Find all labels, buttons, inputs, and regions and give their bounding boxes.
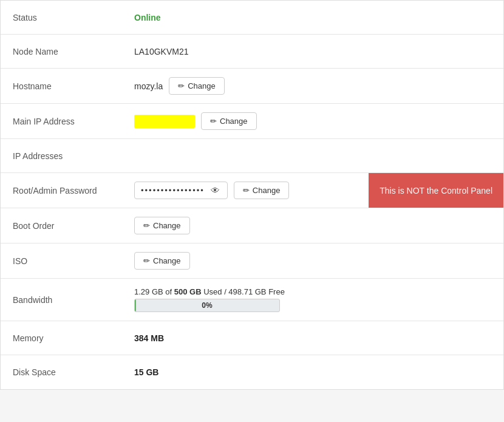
disk-space-value-area: 15 GB bbox=[134, 367, 491, 377]
disk-space-value: 15 GB bbox=[134, 367, 158, 377]
bandwidth-label: Bandwidth bbox=[13, 295, 134, 305]
boot-order-row: Boot Order Change bbox=[1, 208, 503, 243]
node-name-label: Node Name bbox=[13, 47, 134, 56]
hostname-row: Hostname mozy.la Change bbox=[1, 69, 503, 104]
boot-order-value-area: Change bbox=[134, 217, 491, 234]
bandwidth-info: 1.29 GB of 500 GB Used / 498.71 GB Free … bbox=[134, 287, 285, 312]
iso-label: ISO bbox=[13, 256, 134, 266]
not-control-panel-button[interactable]: This is NOT the Control Panel bbox=[369, 173, 503, 208]
server-info-panel: Status Online Node Name LA10GKVM21 Hostn… bbox=[0, 0, 504, 390]
bandwidth-used-prefix: 1.29 GB of bbox=[134, 287, 174, 296]
root-password-row: Root/Admin Password •••••••••••••••• 👁 C… bbox=[1, 173, 503, 208]
status-value: Online bbox=[134, 13, 161, 22]
root-password-change-label: Change bbox=[253, 186, 281, 195]
main-ip-row: Main IP Address Change bbox=[1, 104, 503, 139]
hostname-value: mozy.la bbox=[134, 81, 163, 91]
hostname-value-area: mozy.la Change bbox=[134, 77, 491, 95]
bandwidth-value-area: 1.29 GB of 500 GB Used / 498.71 GB Free … bbox=[134, 287, 491, 312]
iso-change-button[interactable]: Change bbox=[134, 252, 190, 270]
ip-addresses-label: IP Addresses bbox=[13, 151, 134, 161]
bandwidth-progress-fill bbox=[135, 299, 136, 311]
bandwidth-total: 500 GB bbox=[174, 287, 202, 296]
bandwidth-used-suffix: Used / 498.71 GB Free bbox=[202, 287, 285, 296]
bandwidth-row: Bandwidth 1.29 GB of 500 GB Used / 498.7… bbox=[1, 279, 503, 321]
password-dots: •••••••••••••••• bbox=[141, 186, 205, 195]
iso-row: ISO Change bbox=[1, 243, 503, 279]
main-ip-change-label: Change bbox=[220, 117, 248, 126]
main-ip-value bbox=[134, 115, 195, 128]
main-ip-change-button[interactable]: Change bbox=[201, 112, 257, 130]
node-name-value: LA10GKVM21 bbox=[134, 47, 189, 56]
pencil-icon bbox=[210, 117, 217, 126]
eye-icon: 👁 bbox=[211, 185, 220, 196]
root-password-label: Root/Admin Password bbox=[13, 186, 134, 196]
memory-label: Memory bbox=[13, 333, 134, 343]
hostname-change-button[interactable]: Change bbox=[169, 77, 225, 95]
boot-order-label: Boot Order bbox=[13, 221, 134, 231]
status-label: Status bbox=[13, 13, 134, 22]
main-ip-value-area: Change bbox=[134, 112, 491, 130]
disk-space-row: Disk Space 15 GB bbox=[1, 355, 503, 389]
status-row: Status Online bbox=[1, 1, 503, 35]
status-value-area: Online bbox=[134, 13, 491, 22]
node-name-value-area: LA10GKVM21 bbox=[134, 47, 491, 56]
pencil-icon bbox=[143, 256, 150, 265]
main-ip-label: Main IP Address bbox=[13, 117, 134, 126]
disk-space-label: Disk Space bbox=[13, 367, 134, 377]
show-password-button[interactable]: 👁 bbox=[209, 185, 221, 196]
bandwidth-progress-bar: 0% bbox=[134, 299, 280, 312]
pencil-icon bbox=[143, 221, 150, 230]
boot-order-change-button[interactable]: Change bbox=[134, 217, 190, 234]
pencil-icon bbox=[178, 81, 185, 90]
memory-value: 384 MB bbox=[134, 333, 164, 343]
password-field: •••••••••••••••• 👁 bbox=[134, 182, 228, 199]
ip-addresses-row: IP Addresses bbox=[1, 139, 503, 173]
memory-value-area: 384 MB bbox=[134, 333, 491, 343]
hostname-change-label: Change bbox=[188, 81, 216, 90]
node-name-row: Node Name LA10GKVM21 bbox=[1, 35, 503, 69]
iso-change-label: Change bbox=[153, 256, 181, 265]
bandwidth-text: 1.29 GB of 500 GB Used / 498.71 GB Free bbox=[134, 287, 285, 296]
bandwidth-progress-label: 0% bbox=[202, 301, 212, 310]
memory-row: Memory 384 MB bbox=[1, 321, 503, 355]
root-password-change-button[interactable]: Change bbox=[234, 182, 290, 199]
iso-value-area: Change bbox=[134, 252, 491, 270]
pencil-icon bbox=[243, 186, 250, 195]
boot-order-change-label: Change bbox=[153, 221, 181, 230]
hostname-label: Hostname bbox=[13, 81, 134, 91]
